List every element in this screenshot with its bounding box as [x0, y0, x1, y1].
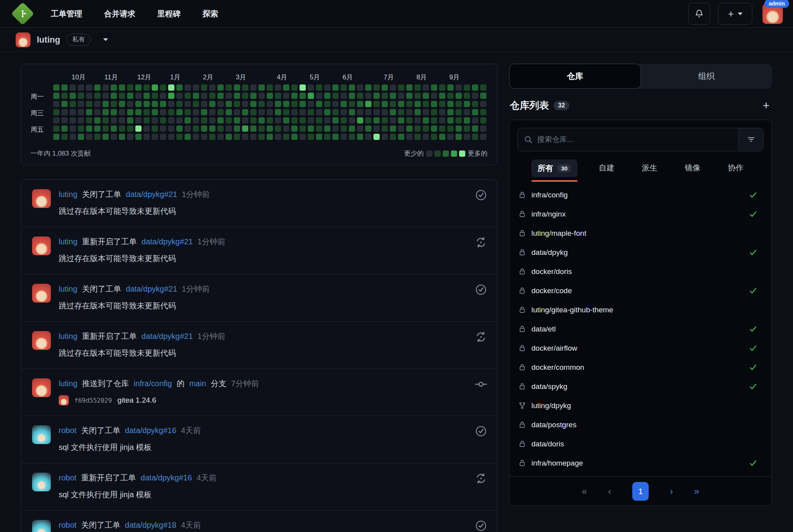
heatmap-cell[interactable]	[480, 109, 486, 115]
feed-target-link[interactable]: data/dpykg#21	[126, 190, 177, 199]
heatmap-cell[interactable]	[308, 84, 314, 91]
heatmap-cell[interactable]	[456, 117, 462, 124]
heatmap-cell[interactable]	[308, 109, 314, 115]
heatmap-cell[interactable]	[472, 93, 478, 99]
feed-user-link[interactable]: robot	[59, 521, 77, 530]
heatmap-cell[interactable]	[472, 134, 478, 140]
heatmap-cell[interactable]	[300, 93, 306, 99]
heatmap-cell[interactable]	[217, 93, 224, 99]
heatmap-cell[interactable]	[185, 109, 191, 115]
heatmap-cell[interactable]	[357, 93, 363, 99]
repo-row[interactable]: luting/maple-font	[510, 224, 771, 243]
heatmap-cell[interactable]	[127, 93, 133, 99]
heatmap-cell[interactable]	[332, 101, 339, 107]
heatmap-cell[interactable]	[324, 125, 330, 132]
heatmap-cell[interactable]	[185, 101, 191, 107]
heatmap-cell[interactable]	[390, 117, 396, 124]
heatmap-cell[interactable]	[94, 117, 100, 124]
heatmap-cell[interactable]	[365, 134, 371, 140]
heatmap-cell[interactable]	[53, 109, 59, 115]
feed-avatar[interactable]	[32, 520, 51, 532]
heatmap-cell[interactable]	[439, 101, 445, 107]
repo-filter-tab[interactable]: 镜像	[678, 159, 707, 182]
heatmap-cell[interactable]	[193, 134, 199, 140]
heatmap-cell[interactable]	[102, 125, 109, 132]
heatmap-cell[interactable]	[300, 134, 306, 140]
heatmap-cell[interactable]	[102, 84, 109, 91]
heatmap-cell[interactable]	[217, 125, 224, 132]
heatmap-cell[interactable]	[291, 117, 298, 124]
repo-filter-button[interactable]	[738, 128, 763, 151]
pagination-item[interactable]: »	[694, 486, 699, 497]
repo-filter-tab[interactable]: 所有 30	[531, 159, 578, 182]
heatmap-cell[interactable]	[201, 84, 207, 91]
heatmap-cell[interactable]	[398, 93, 404, 99]
heatmap-cell[interactable]	[324, 84, 330, 91]
pagination-item[interactable]: «	[582, 486, 587, 497]
heatmap-cell[interactable]	[382, 93, 388, 99]
heatmap-cell[interactable]	[53, 125, 59, 132]
heatmap-cell[interactable]	[398, 125, 404, 132]
heatmap-cell[interactable]	[70, 101, 76, 107]
heatmap-cell[interactable]	[267, 134, 273, 140]
heatmap-cell[interactable]	[209, 93, 215, 99]
feed-avatar[interactable]	[32, 378, 51, 397]
heatmap-cell[interactable]	[464, 109, 470, 115]
repo-row[interactable]: infra/config	[510, 185, 771, 204]
heatmap-cell[interactable]	[324, 93, 330, 99]
feed-user-link[interactable]: luting	[59, 190, 77, 199]
heatmap-cell[interactable]	[176, 125, 183, 132]
heatmap-cell[interactable]	[439, 109, 445, 115]
heatmap-cell[interactable]	[332, 125, 339, 132]
heatmap-cell[interactable]	[357, 134, 363, 140]
heatmap-cell[interactable]	[176, 109, 183, 115]
nav-menu-item[interactable]: 里程碑	[157, 9, 181, 19]
heatmap-cell[interactable]	[217, 117, 224, 124]
heatmap-cell[interactable]	[119, 117, 125, 124]
heatmap-cell[interactable]	[414, 134, 421, 140]
heatmap-cell[interactable]	[316, 134, 322, 140]
heatmap-cell[interactable]	[283, 93, 289, 99]
feed-avatar[interactable]	[32, 331, 51, 350]
heatmap-cell[interactable]	[275, 125, 281, 132]
heatmap-cell[interactable]	[390, 101, 396, 107]
heatmap-cell[interactable]	[185, 93, 191, 99]
panel-tab[interactable]: 仓库	[509, 64, 641, 89]
heatmap-cell[interactable]	[382, 101, 388, 107]
repo-row[interactable]: docker/code	[510, 281, 771, 300]
heatmap-cell[interactable]	[390, 134, 396, 140]
commit-hash-link[interactable]: f69d552029	[74, 397, 112, 404]
heatmap-cell[interactable]	[176, 117, 183, 124]
heatmap-cell[interactable]	[300, 125, 306, 132]
heatmap-cell[interactable]	[70, 125, 76, 132]
heatmap-cell[interactable]	[86, 125, 92, 132]
heatmap-cell[interactable]	[152, 134, 158, 140]
heatmap-cell[interactable]	[135, 84, 142, 91]
heatmap-cell[interactable]	[226, 125, 232, 132]
repo-row[interactable]: data/dpykg	[510, 243, 771, 262]
heatmap-cell[interactable]	[61, 101, 68, 107]
heatmap-cell[interactable]	[267, 117, 273, 124]
repo-filter-tab[interactable]: 自建	[592, 159, 621, 182]
heatmap-cell[interactable]	[70, 117, 76, 124]
heatmap-cell[interactable]	[283, 84, 289, 91]
heatmap-cell[interactable]	[398, 84, 404, 91]
heatmap-cell[interactable]	[119, 125, 125, 132]
heatmap-cell[interactable]	[61, 93, 68, 99]
heatmap-cell[interactable]	[316, 125, 322, 132]
heatmap-cell[interactable]	[250, 109, 257, 115]
heatmap-cell[interactable]	[250, 93, 257, 99]
heatmap-cell[interactable]	[86, 109, 92, 115]
heatmap-cell[interactable]	[308, 125, 314, 132]
heatmap-cell[interactable]	[127, 109, 133, 115]
feed-user-link[interactable]: luting	[59, 379, 77, 388]
heatmap-cell[interactable]	[168, 101, 174, 107]
heatmap-cell[interactable]	[234, 117, 240, 124]
heatmap-cell[interactable]	[365, 93, 371, 99]
nav-menu-item[interactable]: 探索	[203, 9, 218, 19]
heatmap-cell[interactable]	[414, 84, 421, 91]
heatmap-cell[interactable]	[291, 84, 298, 91]
heatmap-cell[interactable]	[53, 134, 59, 140]
heatmap-cell[interactable]	[316, 117, 322, 124]
heatmap-cell[interactable]	[291, 93, 298, 99]
